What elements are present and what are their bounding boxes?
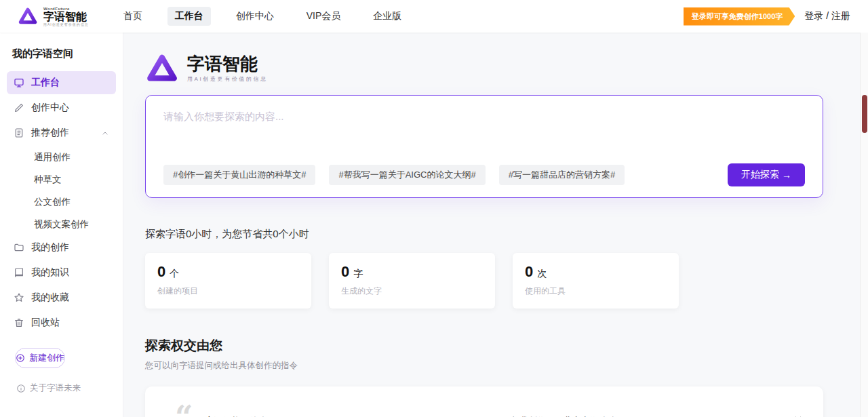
explore-button-label: 开始探索 <box>741 169 779 181</box>
subitem-label: 视频文案创作 <box>34 218 89 231</box>
search-card: #创作一篇关于黄山出游的种草文# #帮我写一篇关于AIGC的论文大纲# #写一篇… <box>145 95 823 198</box>
subitem-label: 种草文 <box>34 174 62 186</box>
subitem-label: 公文创作 <box>34 196 71 208</box>
suggestion-chip-huangshan[interactable]: #创作一篇关于黄山出游的种草文# <box>163 165 315 185</box>
sidebar-item-label: 回收站 <box>31 317 60 329</box>
new-creation-label: 新建创作 <box>29 352 64 364</box>
main-content: 字语智能 用AI创造更有价值的信息 #创作一篇关于黄山出游的种草文# #帮我写一… <box>123 33 868 417</box>
search-input[interactable] <box>163 109 805 163</box>
suggestion-chip-aigc[interactable]: #帮我写一篇关于AIGC的论文大纲# <box>329 165 485 185</box>
sidebar-subitem-video-copy[interactable]: 视频文案创作 <box>7 214 116 235</box>
suggestion-row: #创作一篇关于黄山出游的种草文# #帮我写一篇关于AIGC的论文大纲# #写一篇… <box>163 163 805 186</box>
stat-value: 0 <box>157 263 165 281</box>
sidebar-item-label: 我的知识 <box>31 266 69 279</box>
new-creation-button[interactable]: 新建创作 <box>15 348 65 368</box>
brand-triangle-icon <box>18 7 38 26</box>
plus-circle-icon <box>16 353 25 363</box>
stat-label: 生成的文字 <box>341 285 483 297</box>
stat-unit: 个 <box>170 268 179 280</box>
brand-logo[interactable]: WordFuture 字语智能 用AI创造更有价值的信息 <box>18 7 89 26</box>
scrollbar-track[interactable] <box>860 33 868 417</box>
chevron-up-icon[interactable] <box>101 129 109 137</box>
sidebar-subitem-official[interactable]: 公文创作 <box>7 191 116 213</box>
sidebar-item-favorites[interactable]: 我的收藏 <box>7 286 116 309</box>
stat-unit: 次 <box>537 268 547 280</box>
nav-enterprise[interactable]: 企业版 <box>366 7 409 26</box>
hero-logo: 字语智能 用AI创造更有价值的信息 <box>145 53 823 84</box>
stat-card-tools: 0 次 使用的工具 <box>513 253 679 309</box>
qa-left: 字语智能是什么? <box>157 396 493 417</box>
nav-home[interactable]: 首页 <box>116 7 150 26</box>
edit-icon <box>14 102 24 113</box>
nav-workbench[interactable]: 工作台 <box>167 7 211 26</box>
brand-tagline: 用AI创造更有价值的信息 <box>43 23 89 26</box>
stat-label: 创建的项目 <box>157 285 299 297</box>
stat-label: 使用的工具 <box>525 285 667 297</box>
sidebar-subitem-general[interactable]: 通用创作 <box>7 146 116 168</box>
sidebar-item-recommended[interactable]: 推荐创作 <box>7 121 116 144</box>
brand-subtitle: WordFuture <box>43 7 89 11</box>
chevron-down-icon[interactable] <box>793 414 803 417</box>
nav-vip[interactable]: VIP会员 <box>299 7 349 26</box>
hero-brand-name: 字语智能 <box>187 54 268 74</box>
sidebar-item-my-knowledge[interactable]: 我的知识 <box>7 261 116 284</box>
monitor-icon <box>14 77 24 88</box>
sidebar-item-label: 推荐创作 <box>31 127 69 139</box>
stat-value: 0 <box>525 263 533 281</box>
sidebar: 我的字语空间 工作台 创作中心 推荐创作 通用创作 种草文 公文创作 视频文案创… <box>0 33 123 417</box>
book-icon <box>14 267 24 278</box>
stat-card-words: 0 字 生成的文字 <box>329 253 495 309</box>
promo-banner[interactable]: 登录即可享免费创作1000字 <box>684 7 795 26</box>
sidebar-item-label: 我的创作 <box>31 241 69 254</box>
sidebar-item-creation-center[interactable]: 创作中心 <box>7 96 116 119</box>
stat-value: 0 <box>341 263 349 281</box>
info-circle-icon <box>16 384 26 393</box>
quote-icon <box>175 401 193 417</box>
stats-summary: 探索字语0小时，为您节省共0个小时 <box>145 228 823 241</box>
document-icon <box>14 127 24 138</box>
arrow-right-icon: → <box>782 170 791 180</box>
sidebar-item-label: 我的收藏 <box>31 292 69 304</box>
sidebar-item-workbench[interactable]: 工作台 <box>7 71 116 94</box>
stat-card-projects: 0 个 创建的项目 <box>145 253 311 309</box>
sidebar-title: 我的字语空间 <box>7 46 116 71</box>
sidebar-item-my-creations[interactable]: 我的创作 <box>7 236 116 259</box>
login-register-link[interactable]: 登录 / 注册 <box>804 10 850 22</box>
sidebar-subitem-seeding[interactable]: 种草文 <box>7 169 116 191</box>
brand-text: WordFuture 字语智能 用AI创造更有价值的信息 <box>43 7 89 26</box>
explore-section-title: 探索权交由您 <box>145 337 823 355</box>
sidebar-item-recycle-bin[interactable]: 回收站 <box>7 311 116 334</box>
hero-triangle-icon <box>145 53 179 84</box>
trash-icon <box>14 317 24 328</box>
hero-tagline: 用AI创造更有价值的信息 <box>187 75 268 83</box>
app-root: WordFuture 字语智能 用AI创造更有价值的信息 首页 工作台 创作中心… <box>0 0 868 417</box>
stats-row: 0 个 创建的项目 0 字 生成的文字 0 次 <box>145 253 823 309</box>
top-nav: 首页 工作台 创作中心 VIP会员 企业版 <box>116 7 410 26</box>
navbar: WordFuture 字语智能 用AI创造更有价值的信息 首页 工作台 创作中心… <box>0 0 868 33</box>
scrollbar-thumb[interactable] <box>862 95 867 133</box>
sidebar-item-label: 创作中心 <box>31 102 69 114</box>
explore-button[interactable]: 开始探索 → <box>728 163 805 186</box>
sidebar-item-label: 工作台 <box>31 77 60 89</box>
about-link[interactable]: 关于字语未来 <box>16 382 81 394</box>
brand-name: 字语智能 <box>43 12 89 22</box>
star-icon <box>14 292 24 303</box>
nav-right: 登录即可享免费创作1000字 登录 / 注册 <box>684 7 850 26</box>
subitem-label: 通用创作 <box>34 151 71 163</box>
suggestion-chip-dessert[interactable]: #写一篇甜品店的营销方案# <box>499 165 625 185</box>
folder-icon <box>14 242 24 253</box>
explore-section-subtitle: 您可以向字语提问或给出具体创作的指令 <box>145 360 823 372</box>
nav-creation-center[interactable]: 创作中心 <box>229 7 281 26</box>
about-label: 关于字语未来 <box>30 382 81 394</box>
qa-example-card: 字语智能是什么? 嗯，帮我创作一篇北京出游攻略 <box>145 386 823 417</box>
stat-unit: 字 <box>353 268 363 280</box>
